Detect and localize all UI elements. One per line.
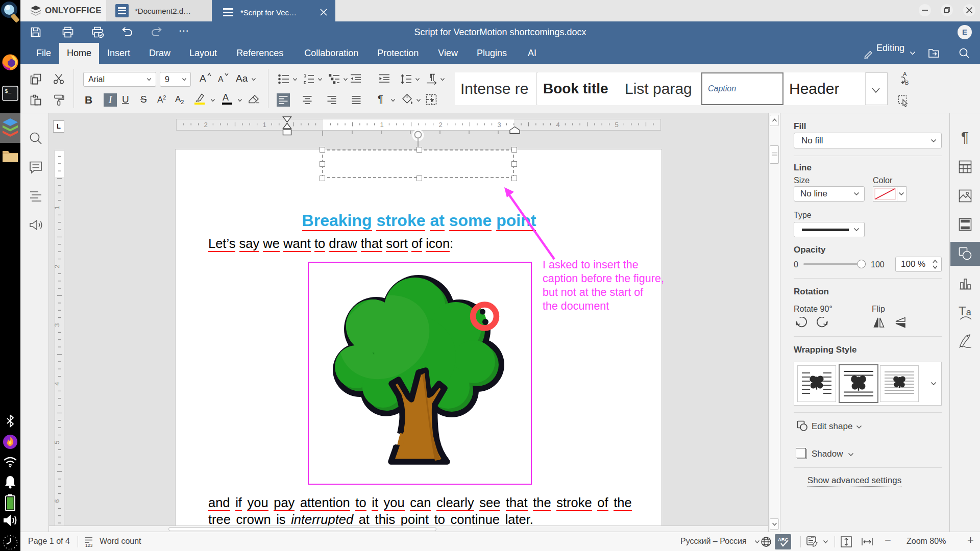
svg-text:123: 123 <box>85 543 92 547</box>
svg-text:2: 2 <box>53 264 61 268</box>
svg-text:4: 4 <box>53 382 61 385</box>
svg-text:5: 5 <box>53 440 61 444</box>
svg-text:A: A <box>903 72 907 77</box>
svg-text:B: B <box>905 80 909 86</box>
svg-text:$_: $_ <box>5 88 12 94</box>
svg-text:1: 1 <box>53 206 61 209</box>
svg-text:6: 6 <box>53 499 61 503</box>
svg-text:3: 3 <box>53 323 61 327</box>
